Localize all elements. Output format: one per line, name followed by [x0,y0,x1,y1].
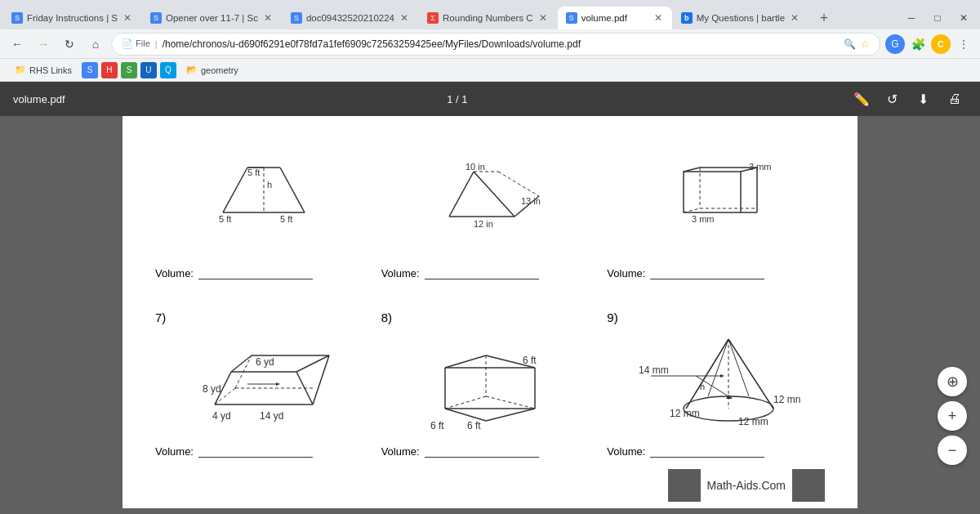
tab-close-5[interactable]: ✕ [653,12,664,24]
google-apps-icon[interactable]: G [885,34,905,54]
tab-close-4[interactable]: ✕ [537,12,549,24]
bookmark-folder[interactable]: 📂 geometry [180,63,245,77]
pdf-page-indicator: 1 / 1 [447,93,467,105]
zoom-out-button[interactable]: − [938,436,967,465]
svg-text:3 mm: 3 mm [749,163,772,172]
star-icon[interactable]: ☆ [861,38,870,50]
svg-line-11 [474,172,514,217]
problem-top-right: 3 mm 3 mm Volume: [607,132,825,279]
tab-title-1: Friday Instructions | S [27,13,118,23]
svg-line-10 [449,172,474,217]
expand-button[interactable]: ⊕ [938,367,967,396]
problem-8: 8) [381,311,599,458]
account-icon[interactable]: C [931,34,951,54]
svg-marker-42 [276,382,280,386]
tab-doc[interactable]: S doc09432520210224 ✕ [283,7,418,29]
extensions-icon[interactable]: 🧩 [908,34,928,54]
address-text: /home/chronos/u-d690f6291e0f78fd7a1fef69… [163,38,839,50]
pdf-edit-icon[interactable]: ✏️ [849,87,874,111]
svg-line-47 [445,409,486,421]
address-bar-row: ← → ↻ ⌂ 📄 File | /home/chronos/u-d690f62… [0,29,980,59]
bookmark-search[interactable]: Q [160,62,176,78]
tab-favicon-1: S [11,12,23,24]
new-tab-button[interactable]: + [813,7,835,29]
svg-line-34 [231,355,252,372]
back-button[interactable]: ← [7,34,28,55]
tab-volume-pdf[interactable]: S volume.pdf ✕ [558,7,672,29]
bookmark-schoology-3[interactable]: S [121,62,137,78]
volume-label-top-right: Volume: [607,267,645,279]
bookmark-schoology-2[interactable]: H [101,62,118,78]
search-icon: 🔍 [844,38,856,50]
svg-line-15 [498,172,539,196]
tab-close-3[interactable]: ✕ [399,12,410,24]
bookmark-label: RHS Links [29,65,72,75]
pdf-download-icon[interactable]: ⬇ [911,87,936,111]
volume-line-top-middle: Volume: [381,266,539,279]
svg-text:5 ft: 5 ft [219,214,231,224]
bookmark-schoology-1[interactable]: S [82,62,98,78]
problem-8-figure: 6 ft 6 ft 6 ft [381,329,599,438]
zoom-controls: ⊕ + − [938,367,967,465]
svg-text:h: h [267,180,272,190]
address-box[interactable]: 📄 File | /home/chronos/u-d690f6291e0f78f… [111,33,880,56]
settings-icon[interactable]: ⋮ [954,34,973,54]
bookmark-rhs-links[interactable]: 📁 RHS Links [8,63,78,77]
minimize-button[interactable]: ─ [898,7,924,29]
svg-text:12 mn: 12 mn [773,394,800,405]
volume-label-top-left: Volume: [155,267,194,279]
pdf-content: h 5 ft 5 ft 5 ft Volume: [0,116,980,514]
problem-top-left: h 5 ft 5 ft 5 ft Volume: [155,132,373,279]
tab-close-6[interactable]: ✕ [789,12,800,24]
svg-text:6 ft: 6 ft [467,420,481,431]
answer-line-top-right [650,266,764,279]
refresh-button[interactable]: ↻ [59,34,80,55]
tab-friday-instructions[interactable]: S Friday Instructions | S ✕ [3,7,141,29]
tab-my-questions[interactable]: b My Questions | bartle ✕ [673,7,808,29]
tab-close-2[interactable]: ✕ [262,12,274,24]
watermark-text: Math-Aids.Com [707,479,786,492]
tab-favicon-4: Σ [427,12,439,24]
qr-code [668,469,701,502]
bookmark-folder-icon: 📂 [186,65,198,75]
svg-marker-71 [720,374,724,378]
tab-favicon-5: S [566,12,577,24]
volume-label-top-middle: Volume: [381,267,420,279]
window-controls: ─ □ ✕ [898,7,977,29]
close-window-button[interactable]: ✕ [951,7,977,29]
answer-line-top-middle [425,266,539,279]
forward-button[interactable]: → [33,34,54,55]
pdf-title: volume.pdf [13,93,65,105]
svg-text:4 yd: 4 yd [212,410,231,422]
problems-grid: 7) [155,311,825,458]
problem-7-figure: 6 yd 8 yd 4 yd 14 yd [155,329,373,438]
bookmark-schoology-4[interactable]: U [140,62,157,78]
shape-hexagonal-prism: 6 ft 6 ft 6 ft [396,331,584,437]
svg-rect-19 [684,172,741,212]
answer-line-8 [425,445,539,458]
pdf-toolbar-icons: ✏️ ↺ ⬇ 🖨 [849,87,967,111]
tab-rounding[interactable]: Σ Rounding Numbers C ✕ [419,7,557,29]
svg-line-1 [223,168,247,212]
restore-button[interactable]: □ [924,7,951,29]
problem-figure-top-middle: 10 in 13 in 12 in [381,132,599,260]
tab-opener[interactable]: S Opener over 11-7 | Sc ✕ [142,7,282,29]
watermark-area: Math-Aids.Com [668,469,825,502]
svg-text:h: h [700,382,705,391]
svg-text:12 in: 12 in [474,219,493,229]
tab-title-5: volume.pdf [581,13,648,23]
svg-line-2 [280,168,305,212]
browser-toolbar-icons: G 🧩 C ⋮ [885,34,973,54]
browser-chrome: S Friday Instructions | S ✕ S Opener ove… [0,0,980,82]
problem-figure-top-right: 3 mm 3 mm [607,132,825,260]
svg-text:6 ft: 6 ft [430,420,444,431]
volume-label-7: Volume: [155,445,194,458]
pdf-print-icon[interactable]: 🖨 [942,87,967,111]
home-button[interactable]: ⌂ [85,34,106,55]
problem-8-number: 8) [381,311,392,324]
tab-close-1[interactable]: ✕ [122,12,133,24]
zoom-in-button[interactable]: + [938,401,967,431]
svg-text:5 ft: 5 ft [280,214,292,224]
pdf-rotate-icon[interactable]: ↺ [880,87,905,111]
pdf-toolbar: volume.pdf 1 / 1 ✏️ ↺ ⬇ 🖨 [0,82,980,116]
